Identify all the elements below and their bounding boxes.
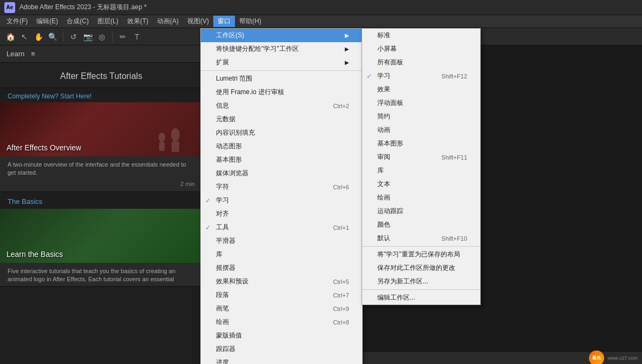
svg-rect-1: [172, 141, 179, 152]
basics-card-image: Learn the Basics: [0, 209, 202, 263]
submenu-minimal[interactable]: 简约: [362, 110, 480, 123]
submenu-learn[interactable]: ✓ 学习 Shift+F12: [362, 69, 480, 83]
learn-label: Learn: [6, 50, 24, 58]
menu-metadata[interactable]: 元数据: [201, 112, 362, 126]
pen-tool[interactable]: ✏: [117, 31, 129, 43]
menu-layer[interactable]: 图层(L): [93, 16, 123, 27]
home-tool[interactable]: 🏠: [4, 31, 16, 43]
submenu-save-new[interactable]: 另存为新工作区...: [362, 275, 480, 288]
menu-frameio[interactable]: 使用 Frame.io 进行审核: [201, 85, 362, 99]
menu-paint[interactable]: 绘画 Ctrl+8: [201, 315, 362, 329]
menu-help[interactable]: 帮助(H): [235, 16, 266, 27]
overview-card-desc: A two-minute overview of the interface a…: [0, 156, 202, 180]
menu-library[interactable]: 库: [201, 248, 362, 261]
menu-brush[interactable]: 画笔 Ctrl+9: [201, 302, 362, 315]
submenu-review[interactable]: 审阅 Shift+F11: [362, 150, 480, 164]
toolbar-separator-2: [112, 31, 113, 42]
watermark-area: 极光 www.x27.com: [589, 350, 638, 365]
submenu-sep-1: [362, 246, 480, 247]
submenu-all-panels[interactable]: 所有面板: [362, 56, 480, 69]
title-bar: Ae Adobe After Effects 2023 - 无标题项目.aep …: [0, 0, 642, 15]
menu-character[interactable]: 字符 Ctrl+6: [201, 180, 362, 194]
toolbar-separator-1: [63, 31, 63, 42]
submenu-basic-graphics[interactable]: 基本图形: [362, 137, 480, 150]
menu-info[interactable]: 信息 Ctrl+2: [201, 99, 362, 112]
submenu-standard[interactable]: 标准: [362, 29, 480, 42]
submenu-text[interactable]: 文本: [362, 177, 480, 191]
menu-wiggler[interactable]: 摇摆器: [201, 261, 362, 275]
menu-assign-shortcut[interactable]: 将快捷键分配给"学习"工作区 ▶: [201, 42, 362, 56]
menu-view[interactable]: 视图(V): [183, 16, 213, 27]
menu-animation[interactable]: 动画(A): [153, 16, 183, 27]
learn-header: Learn ≡: [0, 45, 202, 63]
overview-card-image: After Effects Overview: [0, 102, 202, 156]
tutorials-title-section: After Effects Tutorials: [0, 63, 202, 88]
orbit-tool[interactable]: ◎: [96, 31, 108, 43]
select-tool[interactable]: ↖: [18, 31, 30, 43]
camera-tool[interactable]: 📷: [82, 31, 94, 43]
menu-motion-graphics[interactable]: 动态图形: [201, 140, 362, 153]
submenu-effects[interactable]: 效果: [362, 83, 480, 96]
menu-file[interactable]: 文件(F): [2, 16, 32, 27]
basics-card-title: Learn the Basics: [6, 250, 63, 259]
menu-mask-interpolation[interactable]: 蒙版插值: [201, 329, 362, 342]
submenu-edit[interactable]: 编辑工作区...: [362, 291, 480, 305]
workspace-submenu[interactable]: 标准 小屏幕 所有面板 ✓ 学习 Shift+F12 效果 浮动面板 简约 动画…: [362, 28, 481, 305]
basics-section-header: The Basics: [0, 192, 202, 209]
menu-extensions[interactable]: 扩展 ▶: [201, 56, 362, 69]
learn-panel: Learn ≡ After Effects Tutorials Complete…: [0, 45, 203, 364]
overview-card-duration: 2 min: [0, 180, 202, 191]
menu-tools[interactable]: ✓ 工具 Ctrl+1: [201, 221, 362, 234]
submenu-color[interactable]: 颜色: [362, 218, 480, 231]
submenu-floating-panels[interactable]: 浮动面板: [362, 96, 480, 110]
start-here-label: Completely New? Start Here!: [0, 88, 202, 102]
menu-paragraph[interactable]: 段落 Ctrl+7: [201, 288, 362, 302]
overview-silhouette: [148, 118, 192, 156]
menu-edit[interactable]: 编辑(E): [32, 16, 62, 27]
menu-sep-1: [201, 70, 362, 71]
menu-composition[interactable]: 合成(C): [62, 16, 93, 27]
zoom-tool[interactable]: 🔍: [47, 31, 58, 43]
ae-logo: Ae: [4, 2, 15, 13]
learn-menu-icon[interactable]: ≡: [31, 50, 35, 58]
submenu-save-changes[interactable]: 保存对此工作区所做的更改: [362, 261, 480, 275]
window-menu[interactable]: 工作区(S) ▶ 将快捷键分配给"学习"工作区 ▶ 扩展 ▶ Lumetri 范…: [200, 28, 363, 364]
menu-window[interactable]: 窗口: [213, 16, 235, 27]
watermark-text: www.x27.com: [607, 355, 638, 361]
menu-bar: 文件(F) 编辑(E) 合成(C) 图层(L) 效果(T) 动画(A) 视图(V…: [0, 15, 642, 28]
submenu-small-screen[interactable]: 小屏幕: [362, 42, 480, 56]
menu-media-browser[interactable]: 媒体浏览器: [201, 167, 362, 180]
menu-progress[interactable]: 进度: [201, 356, 362, 364]
menu-lumetri[interactable]: Lumetri 范围: [201, 72, 362, 85]
overview-card-title: After Effects Overview: [6, 143, 81, 152]
submenu-library[interactable]: 库: [362, 164, 480, 177]
menu-smoother[interactable]: 平滑器: [201, 234, 362, 248]
svg-point-2: [159, 133, 165, 142]
menu-workspace[interactable]: 工作区(S) ▶: [201, 29, 362, 42]
menu-effect[interactable]: 效果(T): [123, 16, 153, 27]
rotate-tool[interactable]: ↺: [68, 31, 80, 43]
submenu-motion-tracking[interactable]: 运动跟踪: [362, 204, 480, 218]
submenu-sep-2: [362, 289, 480, 290]
menu-content-aware[interactable]: 内容识别填充: [201, 126, 362, 140]
basics-card-desc: Five interactive tutorials that teach yo…: [0, 263, 202, 286]
watermark-logo: 极光: [589, 350, 604, 365]
submenu-animation[interactable]: 动画: [362, 123, 480, 137]
text-tool[interactable]: T: [131, 31, 143, 43]
menu-effects-presets[interactable]: 效果和预设 Ctrl+5: [201, 275, 362, 288]
menu-learn[interactable]: ✓ 学习: [201, 194, 362, 207]
window-title: Adobe After Effects 2023 - 无标题项目.aep *: [19, 3, 147, 12]
menu-basic-graphics[interactable]: 基本图形: [201, 153, 362, 167]
svg-point-0: [171, 128, 180, 141]
basics-card[interactable]: Learn the Basics Five interactive tutori…: [0, 209, 202, 287]
submenu-default[interactable]: 默认 Shift+F10: [362, 231, 480, 245]
menu-align[interactable]: 对齐: [201, 207, 362, 221]
tutorials-main-title: After Effects Tutorials: [0, 71, 202, 81]
svg-rect-3: [159, 142, 165, 151]
hand-tool[interactable]: ✋: [32, 31, 44, 43]
submenu-paint[interactable]: 绘画: [362, 191, 480, 204]
menu-tracker[interactable]: 跟踪器: [201, 342, 362, 356]
overview-card[interactable]: After Effects Overview A two-minute over…: [0, 102, 202, 192]
submenu-reset-learn[interactable]: 将"学习"重置为已保存的布局: [362, 248, 480, 261]
